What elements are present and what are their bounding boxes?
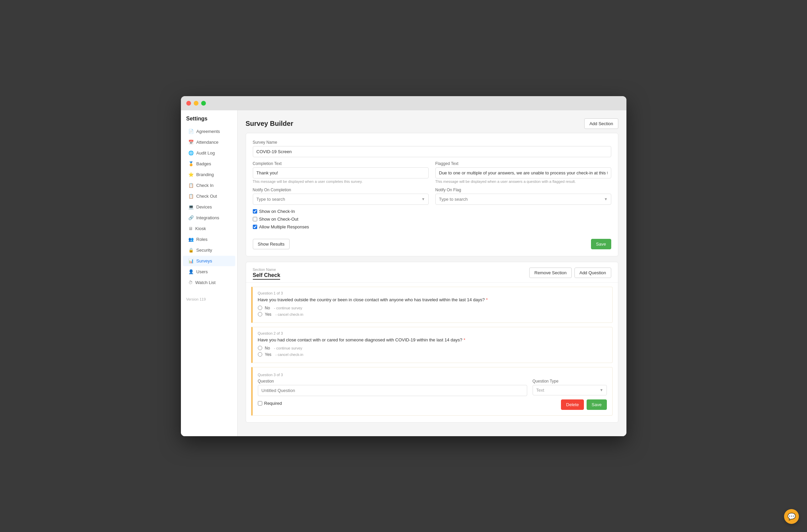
remove-section-button[interactable]: Remove Section [529, 267, 571, 278]
question-1-card: Question 1 of 3 Have you traveled outsid… [251, 287, 613, 323]
question-1-required-indicator: * [486, 297, 488, 302]
sidebar-item-label: Attendance [196, 140, 219, 145]
chat-button[interactable]: 💬 [784, 509, 799, 524]
question-1-radio-yes[interactable] [258, 312, 262, 317]
show-checkin-checkbox-group[interactable]: Show on Check-In [253, 209, 611, 214]
sidebar-item-roles[interactable]: 👥 Roles [183, 234, 235, 245]
close-button[interactable] [186, 101, 191, 106]
completion-text-input[interactable] [253, 167, 429, 178]
question-3-number: Question 3 of 3 [258, 373, 607, 377]
checkin-icon: 📋 [188, 183, 194, 188]
question-2-no-label: No [265, 346, 270, 350]
security-icon: 🔒 [188, 248, 194, 253]
sidebar-item-branding[interactable]: ⭐ Branding [183, 169, 235, 180]
sidebar-item-agreements[interactable]: 📄 Agreements [183, 126, 235, 137]
sidebar-item-label: Agreements [196, 129, 220, 134]
question-3-edit-row: Question Question Type Text Yes/No Multi… [258, 379, 607, 396]
question-3-input-label: Question [258, 379, 527, 384]
sidebar-item-check-out[interactable]: 📋 Check Out [183, 191, 235, 202]
sidebar-item-integrations[interactable]: 🔗 Integrations [183, 212, 235, 223]
question-2-yes-label: Yes [265, 352, 272, 357]
section-name-container: Section Name Self Check [253, 267, 280, 280]
users-icon: 👤 [188, 269, 194, 274]
survey-name-group: Survey Name [253, 140, 611, 157]
question-3-editable-card: Question 3 of 3 Question Question Type T… [251, 367, 613, 416]
star-icon: ⭐ [188, 172, 194, 177]
sidebar-item-devices[interactable]: 💻 Devices [183, 202, 235, 212]
show-checkout-checkbox[interactable] [253, 217, 257, 221]
sidebar: Settings 📄 Agreements 📅 Attendance 🌐 Aud… [181, 110, 238, 436]
flagged-text-label: Flagged Text [435, 161, 611, 166]
page-header: Survey Builder Add Section [246, 118, 618, 129]
sidebar-item-audit-log[interactable]: 🌐 Audit Log [183, 148, 235, 158]
add-question-button[interactable]: Add Question [575, 267, 611, 278]
show-checkin-checkbox[interactable] [253, 209, 257, 213]
question-1-radio-no[interactable] [258, 306, 262, 310]
survey-name-input[interactable] [253, 146, 611, 157]
question-2-radio-yes[interactable] [258, 352, 262, 357]
add-section-button[interactable]: Add Section [584, 118, 618, 129]
notify-flag-select-wrapper: ▼ [435, 194, 611, 205]
question-3-required-checkbox-group[interactable]: Required [258, 401, 282, 406]
question-type-select[interactable]: Text Yes/No Multiple Choice Rating [532, 385, 607, 395]
flagged-text-input[interactable] [435, 167, 611, 178]
completion-text-hint: This message will be displayed when a us… [253, 179, 429, 184]
roles-icon: 👥 [188, 237, 194, 242]
minimize-button[interactable] [194, 101, 199, 106]
notify-flag-label: Notify On Flag [435, 188, 611, 192]
maximize-button[interactable] [201, 101, 206, 106]
sidebar-item-kiosk[interactable]: 🖥 Kiosk [183, 223, 235, 234]
question-3-input-group: Question [258, 379, 527, 396]
question-3-required-label: Required [264, 401, 282, 406]
show-checkout-label: Show on Check-Out [259, 216, 298, 222]
sidebar-item-label: Surveys [196, 259, 212, 264]
sidebar-item-watch-list[interactable]: ⏱ Watch List [183, 277, 235, 288]
notify-row: Notify On Completion ▼ Notify On Flag ▼ [253, 188, 611, 205]
question-1-option-yes: Yes - cancel check-in [258, 312, 607, 317]
sidebar-item-label: Kiosk [195, 226, 206, 231]
question-3-type-label: Question Type [532, 379, 607, 384]
question-2-required-indicator: * [464, 337, 465, 342]
question-3-save-button[interactable]: Save [587, 399, 607, 410]
section-name-value: Self Check [253, 272, 280, 280]
flagged-text-group: Flagged Text This message will be displa… [435, 161, 611, 184]
question-type-select-wrapper: Text Yes/No Multiple Choice Rating ▼ [532, 385, 607, 395]
badge-icon: 🏅 [188, 161, 194, 166]
survey-settings-card: Survey Name Completion Text This message… [246, 133, 618, 256]
allow-multiple-checkbox-group[interactable]: Allow Multiple Responses [253, 224, 611, 229]
section-card: Section Name Self Check Remove Section A… [246, 262, 618, 423]
sidebar-item-users[interactable]: 👤 Users [183, 266, 235, 277]
show-results-button[interactable]: Show Results [253, 239, 289, 249]
question-1-yes-note: - cancel check-in [276, 312, 303, 317]
notify-flag-input[interactable] [435, 194, 611, 205]
question-3-delete-button[interactable]: Delete [561, 399, 584, 410]
survey-name-label: Survey Name [253, 140, 611, 145]
sidebar-item-attendance[interactable]: 📅 Attendance [183, 137, 235, 148]
question-3-input[interactable] [258, 385, 527, 396]
document-icon: 📄 [188, 129, 194, 134]
question-1-yes-label: Yes [265, 312, 272, 317]
question-2-option-yes: Yes - cancel check-in [258, 352, 607, 357]
kiosk-icon: 🖥 [188, 226, 193, 231]
sidebar-item-security[interactable]: 🔒 Security [183, 245, 235, 255]
section-header: Section Name Self Check Remove Section A… [246, 262, 618, 283]
sidebar-item-label: Security [196, 248, 212, 253]
sidebar-item-label: Users [196, 269, 208, 274]
show-checkout-checkbox-group[interactable]: Show on Check-Out [253, 216, 611, 222]
survey-save-button[interactable]: Save [591, 239, 611, 249]
allow-multiple-checkbox[interactable] [253, 225, 257, 229]
text-fields-row: Completion Text This message will be dis… [253, 161, 611, 184]
sidebar-item-badges[interactable]: 🏅 Badges [183, 158, 235, 169]
app-body: Settings 📄 Agreements 📅 Attendance 🌐 Aud… [181, 110, 626, 436]
question-1-text: Have you traveled outside the country or… [258, 297, 607, 302]
app-window: Settings 📄 Agreements 📅 Attendance 🌐 Aud… [181, 96, 626, 436]
calendar-icon: 📅 [188, 140, 194, 145]
sidebar-item-surveys[interactable]: 📊 Surveys [183, 256, 235, 266]
question-2-radio-no[interactable] [258, 346, 262, 350]
sidebar-item-label: Devices [196, 205, 212, 209]
question-3-required-checkbox[interactable] [258, 401, 262, 405]
sidebar-item-check-in[interactable]: 📋 Check In [183, 180, 235, 191]
notify-completion-input[interactable] [253, 194, 429, 205]
notify-flag-group: Notify On Flag ▼ [435, 188, 611, 205]
question-1-no-note: - continue survey [274, 306, 302, 310]
